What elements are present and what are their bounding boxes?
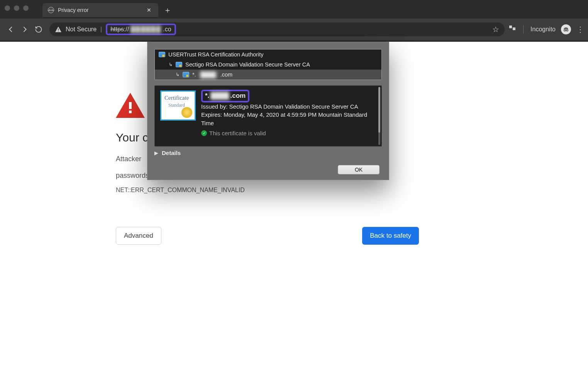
toolbar-right: Incognito ⋮ xyxy=(508,24,584,34)
tab-privacy-error[interactable]: Privacy error ✕ xyxy=(42,3,158,17)
extension-icon[interactable] xyxy=(508,25,516,34)
dialog-buttons: OK xyxy=(338,165,380,174)
cert-chain-root[interactable]: USERTrust RSA Certification Authority xyxy=(155,49,381,60)
cert-leaf-suffix: .com xyxy=(220,72,232,78)
disclosure-triangle-icon: ▶ xyxy=(154,150,158,156)
cert-chain-leaf[interactable]: ↳ *.████.com xyxy=(155,70,381,80)
cert-leaf-prefix: *. xyxy=(192,72,196,78)
chrome-menu-button[interactable]: ⋮ xyxy=(576,25,584,34)
close-window-icon[interactable] xyxy=(5,5,10,11)
url-tld: .co xyxy=(163,26,171,33)
cert-info-text: *.████.com Issued by: Sectigo RSA Domain… xyxy=(201,86,381,146)
advanced-button[interactable]: Advanced xyxy=(116,227,161,245)
page-title-visible: Your c xyxy=(116,131,148,144)
cert-valid-row: ✓ This certificate is valid xyxy=(201,129,377,138)
svg-point-5 xyxy=(566,29,568,31)
cert-valid-text: This certificate is valid xyxy=(209,129,266,138)
addrbar-separator: | xyxy=(100,26,102,33)
para1-prefix: Attacker xyxy=(116,155,141,163)
incognito-icon xyxy=(561,24,571,34)
cert-subject-prefix: *. xyxy=(205,91,209,101)
scrollbar-thumb[interactable] xyxy=(378,87,380,133)
minimize-window-icon[interactable] xyxy=(14,5,19,11)
cert-root-name: USERTrust RSA Certification Authority xyxy=(168,51,264,58)
expires-value: Monday, May 4, 2020 at 4:59:59 PM Mounta… xyxy=(201,111,367,126)
cert-intermediate-name: Sectigo RSA Domain Validation Secure Ser… xyxy=(185,61,310,68)
svg-rect-3 xyxy=(513,27,515,30)
bookmark-star-icon[interactable]: ☆ xyxy=(492,25,499,34)
cert-subject-suffix: .com xyxy=(230,91,246,101)
error-buttons: Advanced Back to safety xyxy=(116,227,419,245)
cert-chain-intermediate[interactable]: ↳ Sectigo RSA Domain Validation Secure S… xyxy=(155,60,381,70)
url-scheme: https xyxy=(110,26,124,33)
certificate-icon xyxy=(159,52,165,57)
url-host-redacted: ██████ xyxy=(129,26,163,33)
details-disclosure[interactable]: ▶ Details xyxy=(147,150,389,156)
new-tab-button[interactable]: ＋ xyxy=(164,5,171,15)
danger-icon xyxy=(116,93,145,118)
error-code: NET::ERR_CERT_COMMON_NAME_INVALID xyxy=(116,187,419,194)
close-tab-icon[interactable]: ✕ xyxy=(145,6,153,14)
forward-button[interactable] xyxy=(18,22,32,36)
svg-rect-1 xyxy=(58,31,58,31)
url-scheme-sep: :// xyxy=(124,26,129,33)
tab-title: Privacy error xyxy=(58,7,88,13)
ok-button[interactable]: OK xyxy=(338,165,380,174)
certificate-icon xyxy=(183,72,189,77)
svg-rect-7 xyxy=(129,111,132,113)
checkmark-icon: ✓ xyxy=(201,130,207,136)
zoom-window-icon[interactable] xyxy=(23,5,29,11)
cert-issued-by-row: Issued by: Sectigo RSA Domain Validation… xyxy=(201,102,377,111)
tab-strip: Privacy error ✕ ＋ xyxy=(42,3,171,17)
thumb-word2: Standard xyxy=(168,102,185,108)
cert-info-panel: Certificate Standard *.████.com Issued b… xyxy=(154,85,382,146)
tree-arrow-icon: ↳ xyxy=(169,62,173,67)
svg-rect-6 xyxy=(129,102,132,109)
back-button[interactable] xyxy=(4,22,18,36)
browser-chrome: Privacy error ✕ ＋ Not Secure | https://█… xyxy=(0,0,588,42)
cert-leaf-redacted: ████ xyxy=(199,72,217,78)
cert-subject-redacted: ████ xyxy=(209,91,230,101)
window-controls xyxy=(5,5,29,11)
reload-button[interactable] xyxy=(32,22,46,36)
issued-by-value: Sectigo RSA Domain Validation Secure Ser… xyxy=(229,103,358,110)
cert-subject-highlight: *.████.com xyxy=(201,90,249,102)
url-highlight: https://██████.co xyxy=(106,24,176,35)
warning-icon xyxy=(55,26,62,32)
address-bar[interactable]: Not Secure | https://██████.co ☆ xyxy=(49,22,505,36)
certificate-dialog: USERTrust RSA Certification Authority ↳ … xyxy=(147,42,389,180)
svg-rect-0 xyxy=(58,29,58,30)
certificate-icon xyxy=(176,62,182,67)
cert-expires-row: Expires: Monday, May 4, 2020 at 4:59:59 … xyxy=(201,111,377,128)
seal-icon xyxy=(181,107,192,118)
certificate-thumbnail: Certificate Standard xyxy=(160,90,196,121)
back-to-safety-button[interactable]: Back to safety xyxy=(362,227,419,245)
tree-arrow-icon: ↳ xyxy=(176,72,180,77)
thumb-word: Certificate xyxy=(164,95,189,101)
expires-label: Expires: xyxy=(201,111,224,118)
issued-by-label: Issued by: xyxy=(201,103,229,110)
toolbar-separator xyxy=(523,25,524,34)
details-label: Details xyxy=(162,150,181,156)
svg-rect-2 xyxy=(509,26,512,28)
incognito-label: Incognito xyxy=(530,26,556,33)
cert-chain-list[interactable]: USERTrust RSA Certification Authority ↳ … xyxy=(154,49,382,80)
svg-point-4 xyxy=(564,29,566,31)
not-secure-label: Not Secure xyxy=(66,26,97,33)
globe-icon xyxy=(48,7,54,13)
browser-toolbar: Not Secure | https://██████.co ☆ Incogni… xyxy=(0,19,588,40)
